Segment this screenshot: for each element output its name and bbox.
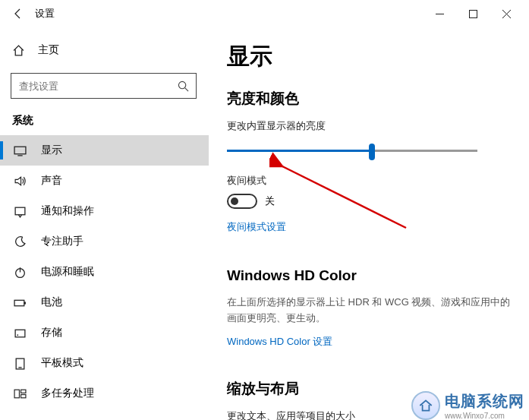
sidebar-item-label: 平板模式 — [41, 356, 83, 370]
power-icon — [12, 266, 27, 279]
svg-rect-9 — [14, 300, 24, 305]
window-title: 设置 — [35, 7, 55, 21]
maximize-button[interactable] — [456, 0, 490, 27]
night-light-label: 夜间模式 — [227, 174, 511, 188]
sidebar-item-label: 专注助手 — [41, 235, 83, 248]
sidebar-item-notifications[interactable]: 通知和操作 — [0, 196, 209, 226]
sidebar-item-label: 通知和操作 — [41, 204, 94, 218]
home-link[interactable]: 主页 — [0, 35, 209, 65]
toggle-state-label: 关 — [265, 194, 275, 208]
focus-icon — [12, 235, 27, 248]
sidebar-item-battery[interactable]: 电池 — [0, 287, 209, 317]
slider-thumb[interactable] — [369, 144, 375, 160]
storage-icon — [12, 327, 27, 339]
brightness-label: 更改内置显示器的亮度 — [227, 119, 511, 133]
hdcolor-description: 在上面所选择的显示器上让 HDR 和 WCG 视频、游戏和应用中的画面更明亮、更… — [227, 295, 511, 327]
sidebar: 主页 系统 显示 声音 通知和操作 — [0, 27, 209, 420]
sidebar-item-label: 多任务处理 — [41, 387, 94, 400]
svg-rect-10 — [24, 302, 25, 304]
sidebar-item-sound[interactable]: 声音 — [0, 166, 209, 196]
svg-rect-17 — [20, 394, 25, 397]
sidebar-item-label: 声音 — [41, 174, 62, 188]
sidebar-item-focus[interactable]: 专注助手 — [0, 226, 209, 257]
notif-icon — [12, 205, 27, 218]
back-button[interactable] — [6, 2, 30, 26]
watermark: 电脑系统网 www.Winxo7.com — [411, 391, 524, 420]
section-hdcolor-heading: Windows HD Color — [227, 267, 511, 284]
minimize-button[interactable] — [423, 0, 456, 27]
svg-line-3 — [184, 87, 187, 90]
watermark-logo-icon — [411, 391, 440, 420]
watermark-text: 电脑系统网 — [445, 391, 524, 412]
home-icon — [12, 44, 27, 57]
night-light-toggle[interactable] — [227, 194, 257, 209]
svg-point-12 — [17, 334, 18, 336]
close-button[interactable] — [490, 0, 523, 27]
watermark-url: www.Winxo7.com — [445, 412, 524, 420]
sidebar-item-label: 显示 — [41, 144, 62, 157]
svg-rect-1 — [469, 10, 477, 17]
home-label: 主页 — [38, 43, 59, 57]
svg-rect-15 — [14, 390, 19, 398]
multitask-icon — [12, 387, 27, 400]
brightness-slider[interactable] — [227, 142, 477, 160]
svg-rect-4 — [14, 147, 26, 154]
sidebar-item-storage[interactable]: 存储 — [0, 317, 209, 348]
svg-rect-6 — [15, 207, 25, 215]
tablet-icon — [12, 357, 27, 370]
svg-rect-11 — [15, 330, 25, 337]
sidebar-item-label: 存储 — [41, 326, 62, 339]
search-input-container[interactable] — [11, 73, 197, 99]
search-input[interactable] — [11, 81, 170, 92]
battery-icon — [12, 296, 27, 309]
section-brightness-heading: 亮度和颜色 — [227, 89, 511, 109]
sidebar-item-multitask[interactable]: 多任务处理 — [0, 378, 209, 409]
sidebar-item-power[interactable]: 电源和睡眠 — [0, 257, 209, 287]
sidebar-item-label: 电池 — [41, 295, 62, 309]
sidebar-item-display[interactable]: 显示 — [0, 135, 209, 166]
search-icon — [170, 81, 196, 92]
sidebar-item-label: 电源和睡眠 — [41, 265, 94, 279]
sound-icon — [12, 175, 27, 188]
page-title: 显示 — [227, 41, 511, 72]
display-icon — [12, 144, 27, 157]
sidebar-item-tablet[interactable]: 平板模式 — [0, 348, 209, 378]
night-light-settings-link[interactable]: 夜间模式设置 — [227, 220, 286, 234]
hdcolor-settings-link[interactable]: Windows HD Color 设置 — [227, 335, 332, 349]
category-heading: 系统 — [0, 109, 209, 135]
svg-rect-16 — [20, 390, 25, 393]
svg-point-2 — [178, 81, 185, 88]
content-pane: 显示 亮度和颜色 更改内置显示器的亮度 夜间模式 关 夜间模式设置 Window… — [209, 27, 529, 420]
